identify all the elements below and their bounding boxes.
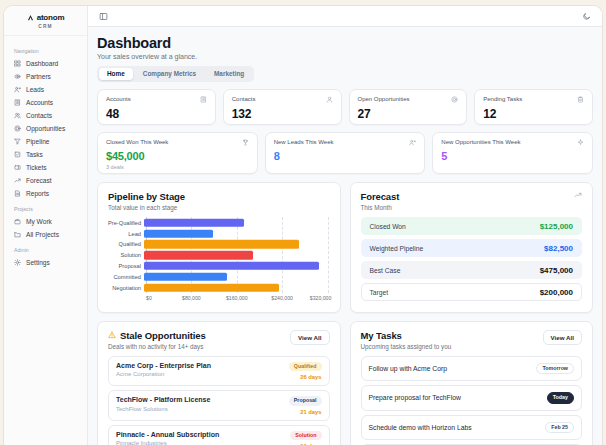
middle-row: Pipeline by Stage Total value in each st… bbox=[97, 182, 593, 313]
stat-card-pending-tasks: Pending Tasks 12 bbox=[474, 89, 593, 125]
sidebar-item-contacts[interactable]: Contacts bbox=[11, 109, 80, 122]
bar-pre-qualified bbox=[144, 219, 244, 227]
sidebar-nav: Navigation Dashboard Partners Leads Acco… bbox=[4, 36, 87, 275]
due-badge: Today bbox=[547, 392, 574, 403]
dashboard-content: Dashboard Your sales overview at a glanc… bbox=[88, 27, 602, 445]
building-icon bbox=[14, 99, 21, 106]
task-item[interactable]: Prepare proposal for TechFlow Today bbox=[361, 385, 583, 410]
tab-home[interactable]: Home bbox=[99, 68, 133, 80]
stat-card-open-opportunities: Open Opportunities 27 bbox=[349, 89, 468, 125]
my-tasks-title: My Tasks bbox=[361, 330, 452, 341]
stat-value-open-opportunities: 27 bbox=[358, 107, 459, 121]
nav-section-navigation: Navigation bbox=[14, 48, 77, 54]
dashboard-icon bbox=[14, 60, 21, 67]
stale-opportunities-panel: Stale Opportunities Deals with no activi… bbox=[97, 321, 341, 445]
user-plus-icon bbox=[14, 86, 21, 93]
opportunity-item[interactable]: Acme Corp - Enterprise Plan Acme Corpora… bbox=[108, 356, 330, 386]
ticket-icon bbox=[14, 164, 21, 171]
highlight-card-closed-won: Closed Won This Week $45,000 3 deals bbox=[97, 132, 258, 174]
stage-badge: Proposal bbox=[289, 396, 322, 405]
sidebar-item-forecast[interactable]: Forecast bbox=[11, 174, 80, 187]
forecast-row-weighted-pipeline: Weighted Pipeline $82,500 bbox=[361, 239, 583, 257]
chart-row: Pre-Qualified bbox=[108, 217, 330, 228]
forecast-row-target: Target $200,000 bbox=[361, 283, 583, 301]
bar-lead bbox=[144, 229, 213, 237]
sidebar-item-pipeline[interactable]: Pipeline bbox=[11, 135, 80, 148]
topbar bbox=[88, 6, 602, 27]
sidebar-item-settings[interactable]: Settings bbox=[11, 256, 80, 269]
chart-row: Lead bbox=[108, 228, 330, 239]
pipeline-chart-subtitle: Total value in each stage bbox=[108, 204, 185, 211]
new-opportunities-value: 5 bbox=[441, 150, 584, 162]
chart-row: Solution bbox=[108, 250, 330, 261]
stat-value-contacts: 132 bbox=[232, 107, 333, 121]
app-product: CRM bbox=[8, 24, 83, 29]
bar-proposal bbox=[144, 262, 319, 270]
page-title: Dashboard bbox=[97, 35, 593, 51]
sidebar-item-reports[interactable]: Reports bbox=[11, 187, 80, 200]
warning-triangle-icon bbox=[108, 331, 116, 339]
sidebar-item-opportunities[interactable]: Opportunities bbox=[11, 122, 80, 135]
theme-toggle-button[interactable] bbox=[580, 10, 593, 23]
forecast-panel: Forecast This Month Closed Won $125,000 … bbox=[350, 182, 594, 313]
stat-value-pending-tasks: 12 bbox=[483, 107, 584, 121]
bottom-row: Stale Opportunities Deals with no activi… bbox=[97, 321, 593, 445]
tab-company-metrics[interactable]: Company Metrics bbox=[135, 68, 204, 80]
opportunity-item[interactable]: TechFlow - Platform License TechFlow Sol… bbox=[108, 390, 330, 420]
stage-badge: Solution bbox=[290, 431, 321, 440]
due-badge: Tomorrow bbox=[536, 363, 574, 374]
opportunity-item[interactable]: Pinnacle - Annual Subscription Pinnacle … bbox=[108, 425, 330, 445]
sidebar-item-tasks[interactable]: Tasks bbox=[11, 148, 80, 161]
task-item[interactable]: Follow up with Acme Corp Tomorrow bbox=[361, 356, 583, 381]
sidebar: atonom CRM Navigation Dashboard Partners… bbox=[4, 6, 88, 445]
user-plus-icon bbox=[409, 139, 416, 146]
sidebar-item-dashboard[interactable]: Dashboard bbox=[11, 57, 80, 70]
page-subtitle: Your sales overview at a glance. bbox=[97, 53, 593, 60]
check-square-icon bbox=[14, 151, 21, 158]
funnel-icon bbox=[14, 138, 21, 145]
sidebar-item-tickets[interactable]: Tickets bbox=[11, 161, 80, 174]
logo-icon bbox=[27, 14, 34, 21]
chart-x-axis: $0 $80,000 $160,000 $240,000 $320,000 bbox=[146, 295, 328, 304]
stat-value-accounts: 48 bbox=[106, 107, 207, 121]
stale-view-all-button[interactable]: View All bbox=[290, 330, 329, 345]
sidebar-item-partners[interactable]: Partners bbox=[11, 70, 80, 83]
sidebar-item-my-work[interactable]: My Work bbox=[11, 215, 80, 228]
my-tasks-panel: My Tasks Upcoming tasks assigned to you … bbox=[350, 321, 594, 445]
file-text-icon bbox=[14, 190, 21, 197]
pipeline-chart-panel: Pipeline by Stage Total value in each st… bbox=[97, 182, 341, 313]
stage-badge: Qualified bbox=[289, 362, 322, 371]
forecast-rows: Closed Won $125,000 Weighted Pipeline $8… bbox=[361, 217, 583, 301]
clipboard-icon bbox=[577, 96, 584, 103]
due-badge: Feb 25 bbox=[545, 422, 574, 433]
bar-qualified bbox=[144, 240, 299, 248]
forecast-row-closed-won: Closed Won $125,000 bbox=[361, 217, 583, 235]
stat-card-accounts: Accounts 48 bbox=[97, 89, 216, 125]
pipeline-bar-chart: Pre-Qualified Lead Qualified bbox=[108, 217, 330, 304]
stale-days: 21 days bbox=[300, 409, 321, 415]
tasks-view-all-button[interactable]: View All bbox=[543, 330, 582, 345]
sidebar-item-leads[interactable]: Leads bbox=[11, 83, 80, 96]
stale-opportunities-subtitle: Deals with no activity for 14+ days bbox=[108, 343, 206, 350]
briefcase-icon bbox=[14, 218, 21, 225]
dashboard-tabs: Home Company Metrics Marketing bbox=[97, 66, 254, 82]
chart-row: Committed bbox=[108, 271, 330, 282]
target-icon bbox=[451, 96, 458, 103]
partners-icon bbox=[14, 73, 21, 80]
trophy-icon bbox=[242, 139, 249, 146]
trending-up-icon bbox=[14, 177, 21, 184]
sidebar-item-all-projects[interactable]: All Projects bbox=[11, 228, 80, 241]
sidebar-toggle-button[interactable] bbox=[97, 10, 110, 23]
user-icon bbox=[326, 96, 333, 103]
gear-icon bbox=[14, 259, 21, 266]
bar-negotiation bbox=[144, 283, 279, 291]
sidebar-item-accounts[interactable]: Accounts bbox=[11, 96, 80, 109]
stale-days: 26 days bbox=[300, 374, 321, 380]
tab-marketing[interactable]: Marketing bbox=[206, 68, 252, 80]
forecast-row-best-case: Best Case $475,000 bbox=[361, 261, 583, 279]
tasks-list: Follow up with Acme Corp Tomorrow Prepar… bbox=[361, 356, 583, 445]
app-logo: atonom CRM bbox=[4, 6, 87, 36]
task-item[interactable]: Schedule demo with Horizon Labs Feb 25 bbox=[361, 415, 583, 440]
stat-card-contacts: Contacts 132 bbox=[223, 89, 342, 125]
target-icon bbox=[14, 125, 21, 132]
